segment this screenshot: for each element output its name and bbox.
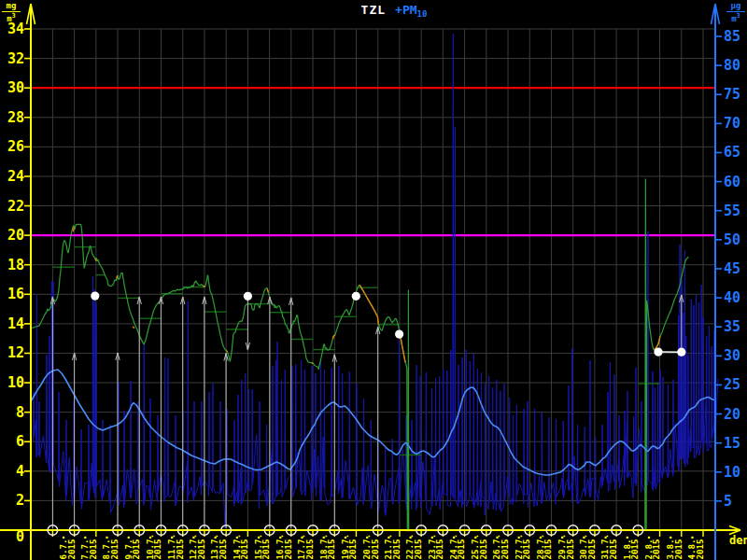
y-left-tick-label: 0 (16, 528, 24, 545)
y-left-tick-label: 2 (16, 492, 24, 509)
x-mid-dot (301, 537, 303, 539)
x-mid-dot (431, 537, 433, 539)
y-right-tick-label: 35 (724, 318, 740, 335)
y-right-tick-label: 40 (724, 289, 740, 306)
x-mid-dot (236, 537, 238, 539)
y-right-tick-label: 25 (724, 376, 740, 393)
left-axis-unit-numerator: mg (2, 2, 21, 12)
chart-background (0, 0, 747, 560)
y-left-tick-label: 26 (7, 138, 24, 155)
x-mid-dot (496, 537, 498, 539)
y-right-tick-label: 10 (724, 464, 740, 481)
x-mid-dot (149, 537, 151, 539)
x-mid-dot (84, 537, 86, 539)
y-right-tick-label: 5 (724, 493, 732, 510)
x-date-label: 2.8.2015 (643, 539, 662, 559)
y-left-tick-label: 4 (16, 463, 24, 480)
x-mid-dot (540, 537, 542, 539)
x-date-label: 4.8.2015 (686, 539, 705, 559)
y-left-tick-label: 10 (7, 374, 24, 391)
y-right-tick-label: 85 (724, 28, 740, 45)
x-mid-dot (258, 537, 260, 539)
chart-title-station: TZL (361, 3, 386, 17)
x-mid-dot (63, 537, 64, 539)
y-left-tick-label: 16 (7, 286, 24, 302)
x-mid-dot (366, 537, 368, 539)
y-left-tick-label: 14 (7, 315, 24, 332)
y-right-tick-label: 80 (724, 57, 740, 74)
y-right-tick-label: 70 (724, 115, 740, 132)
y-right-tick-label: 65 (724, 144, 740, 161)
x-mid-dot (518, 537, 520, 539)
right-axis-unit-denominator-exp: 3 (737, 12, 740, 20)
x-date-label: 9.7.2015 (123, 539, 142, 559)
y-left-tick-label: 30 (7, 79, 24, 96)
x-mid-dot (215, 537, 217, 539)
y-right-tick-label: 75 (724, 86, 740, 103)
daily-value-dot (91, 291, 99, 300)
daily-value-dot (677, 348, 685, 357)
x-mid-dot (453, 537, 455, 539)
daily-value-dot (352, 292, 360, 301)
x-mid-dot (279, 537, 281, 539)
x-mid-dot (691, 537, 693, 539)
emission-monitor-chart: 3432302826242220181614121086420858075706… (0, 0, 747, 560)
x-date-label: 3.8.2015 (665, 539, 684, 559)
y-left-tick-label: 6 (16, 433, 24, 450)
x-mid-dot (345, 537, 346, 539)
y-right-tick-label: 15 (724, 435, 740, 452)
x-date-label: 6.7.2015 (58, 539, 77, 559)
left-axis-unit: mgm3 (2, 2, 21, 23)
x-mid-dot (669, 537, 671, 539)
x-mid-dot (561, 537, 563, 539)
series-tzl-flagged (267, 289, 268, 292)
y-right-tick-label: 30 (724, 347, 740, 364)
y-left-tick-label: 22 (7, 198, 24, 215)
chart-title-series-subscript: 10 (417, 9, 428, 19)
x-mid-dot (605, 537, 607, 539)
x-mid-dot (192, 537, 194, 539)
x-axis-unit-label: den (729, 534, 747, 547)
x-mid-dot (474, 537, 476, 539)
chart-title-series: +PM (395, 3, 416, 17)
x-mid-dot (323, 537, 325, 539)
x-mid-dot (171, 537, 173, 539)
x-date-label: 1.8.2015 (622, 539, 641, 559)
series-tzl-flagged (203, 287, 205, 287)
y-left-tick-label: 28 (7, 109, 24, 126)
y-left-tick-label: 20 (7, 227, 24, 244)
x-date-label: 7.7.2015 (79, 539, 98, 559)
x-mid-dot (128, 537, 130, 539)
y-right-tick-label: 20 (724, 406, 740, 423)
x-mid-dot (583, 537, 585, 539)
daily-value-dot (654, 347, 662, 356)
chart-title: TZL+PM10 (301, 3, 487, 19)
x-mid-dot (410, 537, 412, 539)
y-left-tick-label: 12 (7, 344, 24, 361)
y-left-tick-label: 8 (16, 404, 24, 421)
x-mid-dot (627, 537, 628, 539)
daily-value-dot (244, 292, 252, 301)
right-axis-unit-numerator: µg (726, 2, 745, 12)
x-mid-dot (648, 537, 650, 539)
y-left-tick-label: 18 (7, 257, 24, 273)
y-right-tick-label: 60 (724, 174, 740, 190)
x-mid-dot (388, 537, 389, 539)
y-right-tick-label: 55 (724, 203, 740, 219)
x-mid-dot (106, 537, 107, 539)
y-left-tick-label: 24 (7, 168, 24, 185)
left-axis-unit-denominator-exp: 3 (12, 12, 16, 20)
right-axis-unit: µgm3 (726, 2, 745, 23)
y-right-tick-label: 45 (724, 260, 740, 277)
series-tzl-flagged (312, 363, 313, 364)
y-left-tick-label: 32 (7, 50, 24, 67)
chart-canvas[interactable]: 3432302826242220181614121086420858075706… (0, 0, 747, 560)
y-right-tick-label: 50 (724, 231, 740, 248)
daily-value-dot (395, 329, 403, 338)
x-date-label: 8.7.2015 (101, 539, 120, 559)
